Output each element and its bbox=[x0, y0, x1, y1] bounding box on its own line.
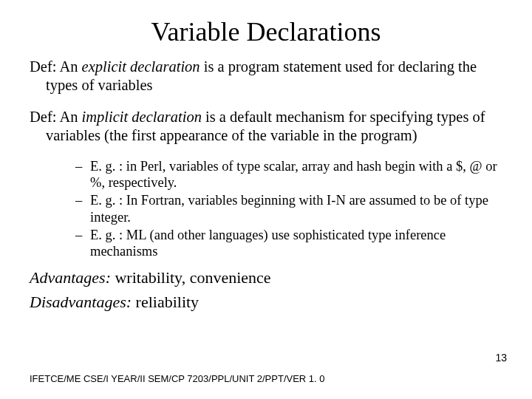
example-list: E. g. : in Perl, variables of type scala… bbox=[75, 158, 502, 259]
list-item: E. g. : In Fortran, variables beginning … bbox=[75, 192, 502, 225]
definition-explicit: Def: An explicit declaration is a progra… bbox=[30, 58, 502, 95]
disadvantages-line: Disadvantages: reliability bbox=[30, 293, 502, 312]
slide: Variable Declarations Def: An explicit d… bbox=[0, 0, 532, 399]
disadvantages-text: reliability bbox=[132, 293, 199, 311]
page-number: 13 bbox=[495, 352, 507, 364]
definition-implicit: Def: An implicit declaration is a defaul… bbox=[30, 108, 502, 145]
def1-prefix: Def: An bbox=[30, 58, 82, 75]
slide-body: Def: An explicit declaration is a progra… bbox=[30, 58, 502, 312]
slide-title: Variable Declarations bbox=[30, 16, 502, 47]
footer-text: IFETCE/ME CSE/I YEAR/II SEM/CP 7203/PPL/… bbox=[30, 373, 325, 384]
def2-prefix: Def: An bbox=[30, 109, 82, 125]
def1-term: explicit declaration bbox=[82, 58, 200, 75]
list-item: E. g. : ML (and other languages) use sop… bbox=[75, 227, 502, 259]
advantages-label: Advantages: bbox=[30, 268, 111, 287]
disadvantages-label: Disadvantages: bbox=[30, 293, 132, 311]
advantages-text: writability, convenience bbox=[111, 268, 271, 287]
list-item: E. g. : in Perl, variables of type scala… bbox=[75, 158, 502, 191]
advantages-line: Advantages: writability, convenience bbox=[30, 268, 502, 287]
def2-term: implicit declaration bbox=[82, 109, 202, 125]
